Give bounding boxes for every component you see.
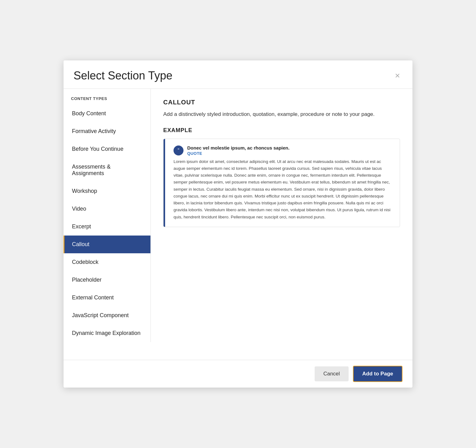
sidebar-item-formative-activity[interactable]: Formative Activity xyxy=(64,122,150,140)
callout-header: “ Donec vel molestie ipsum, ac rhoncus s… xyxy=(174,145,392,156)
callout-heading-wrapper: Donec vel molestie ipsum, ac rhoncus sap… xyxy=(187,145,289,156)
quote-icon: “ xyxy=(174,145,183,155)
callout-example-card: “ Donec vel molestie ipsum, ac rhoncus s… xyxy=(163,139,400,227)
sidebar-item-placeholder[interactable]: Placeholder xyxy=(64,271,150,289)
sidebar-item-assessments-assignments[interactable]: Assessments & Assignments xyxy=(64,158,150,182)
modal-footer: Cancel Add to Page xyxy=(64,360,412,388)
callout-body: Lorem ipsum dolor sit amet, consectetur … xyxy=(174,158,392,221)
cancel-button[interactable]: Cancel xyxy=(315,366,349,381)
content-description: Add a distinctively styled introduction,… xyxy=(163,110,400,118)
select-section-type-modal: Select Section Type × CONTENT TYPES Body… xyxy=(64,60,412,388)
modal-header: Select Section Type × xyxy=(64,60,412,89)
example-label: EXAMPLE xyxy=(163,127,400,134)
callout-left-bar xyxy=(164,139,165,227)
callout-quote-label: QUOTE xyxy=(187,151,289,156)
sidebar-wrapper: CONTENT TYPES Body Content Formative Act… xyxy=(64,89,151,360)
close-button[interactable]: × xyxy=(393,70,402,81)
sidebar-item-workshop[interactable]: Workshop xyxy=(64,182,150,200)
sidebar-item-codeblock[interactable]: Codeblock xyxy=(64,253,150,271)
modal-body: CONTENT TYPES Body Content Formative Act… xyxy=(64,89,412,360)
callout-heading: Donec vel molestie ipsum, ac rhoncus sap… xyxy=(187,145,289,150)
sidebar: CONTENT TYPES Body Content Formative Act… xyxy=(64,89,151,342)
content-type-title: CALLOUT xyxy=(163,99,400,106)
sidebar-item-callout[interactable]: Callout xyxy=(64,236,150,253)
sidebar-item-video[interactable]: Video xyxy=(64,200,150,218)
sidebar-item-excerpt[interactable]: Excerpt xyxy=(64,218,150,236)
content-types-label: CONTENT TYPES xyxy=(64,94,150,105)
sidebar-item-before-you-continue[interactable]: Before You Continue xyxy=(64,140,150,158)
sidebar-item-javascript-component[interactable]: JavaScript Component xyxy=(64,307,150,324)
add-to-page-button[interactable]: Add to Page xyxy=(353,366,402,382)
sidebar-item-body-content[interactable]: Body Content xyxy=(64,105,150,122)
content-area: CALLOUT Add a distinctively styled intro… xyxy=(151,89,412,360)
sidebar-item-dynamic-image-exploration[interactable]: Dynamic Image Exploration xyxy=(64,324,150,342)
modal-title: Select Section Type xyxy=(74,69,173,82)
sidebar-item-external-content[interactable]: External Content xyxy=(64,289,150,307)
